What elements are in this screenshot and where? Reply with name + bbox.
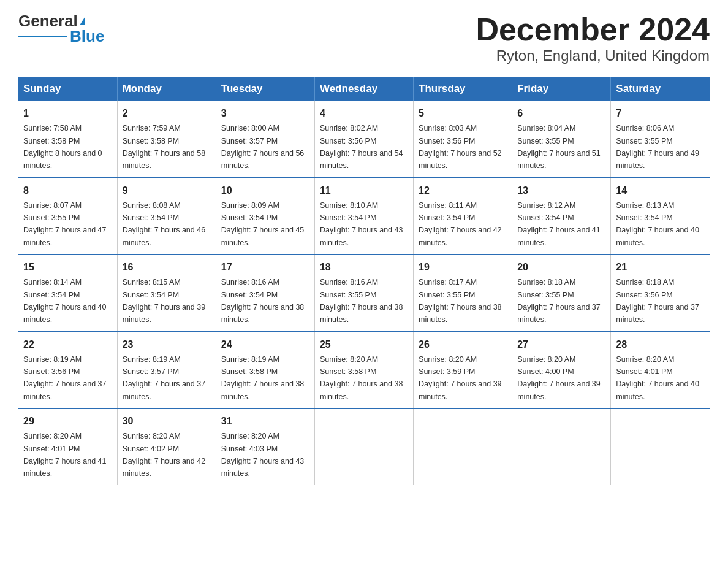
page-header: General Blue December 2024 Ryton, Englan…: [18, 12, 710, 64]
calendar-cell: 28 Sunrise: 8:20 AMSunset: 4:01 PMDaylig…: [611, 332, 710, 409]
calendar-cell: 25 Sunrise: 8:20 AMSunset: 3:58 PMDaylig…: [314, 332, 413, 409]
column-header-sunday: Sunday: [18, 77, 117, 101]
column-header-wednesday: Wednesday: [314, 77, 413, 101]
day-info: Sunrise: 8:10 AMSunset: 3:54 PMDaylight:…: [320, 201, 403, 247]
calendar-title: December 2024: [476, 12, 710, 47]
column-header-friday: Friday: [512, 77, 611, 101]
day-number: 26: [419, 337, 507, 352]
day-number: 31: [221, 414, 309, 429]
day-info: Sunrise: 8:20 AMSunset: 3:58 PMDaylight:…: [320, 355, 403, 401]
day-info: Sunrise: 8:06 AMSunset: 3:55 PMDaylight:…: [616, 124, 699, 170]
calendar-cell: 27 Sunrise: 8:20 AMSunset: 4:00 PMDaylig…: [512, 332, 611, 409]
calendar-cell: 22 Sunrise: 8:19 AMSunset: 3:56 PMDaylig…: [18, 332, 117, 409]
logo-line: [18, 36, 67, 37]
day-number: 23: [123, 337, 211, 352]
day-info: Sunrise: 8:20 AMSunset: 4:00 PMDaylight:…: [517, 355, 601, 401]
calendar-cell: 21 Sunrise: 8:18 AMSunset: 3:56 PMDaylig…: [611, 255, 710, 332]
day-number: 22: [23, 337, 112, 352]
calendar-cell: 17 Sunrise: 8:16 AMSunset: 3:54 PMDaylig…: [216, 255, 314, 332]
calendar-cell: 11 Sunrise: 8:10 AMSunset: 3:54 PMDaylig…: [314, 178, 413, 255]
day-number: 28: [616, 337, 705, 352]
calendar-cell: 31 Sunrise: 8:20 AMSunset: 4:03 PMDaylig…: [216, 408, 314, 485]
day-info: Sunrise: 8:12 AMSunset: 3:54 PMDaylight:…: [517, 201, 601, 247]
day-number: 15: [23, 260, 112, 275]
calendar-cell: 19 Sunrise: 8:17 AMSunset: 3:55 PMDaylig…: [414, 255, 512, 332]
logo: General Blue: [18, 12, 104, 45]
calendar-week-row: 22 Sunrise: 8:19 AMSunset: 3:56 PMDaylig…: [18, 332, 710, 409]
column-header-monday: Monday: [117, 77, 216, 101]
calendar-cell: 15 Sunrise: 8:14 AMSunset: 3:54 PMDaylig…: [18, 255, 117, 332]
day-info: Sunrise: 8:02 AMSunset: 3:56 PMDaylight:…: [320, 124, 403, 170]
calendar-cell: 5 Sunrise: 8:03 AMSunset: 3:56 PMDayligh…: [414, 101, 512, 178]
day-number: 9: [123, 183, 211, 198]
day-info: Sunrise: 8:20 AMSunset: 3:59 PMDaylight:…: [419, 355, 502, 401]
calendar-cell: 13 Sunrise: 8:12 AMSunset: 3:54 PMDaylig…: [512, 178, 611, 255]
calendar-cell: 7 Sunrise: 8:06 AMSunset: 3:55 PMDayligh…: [611, 101, 710, 178]
calendar-cell: 30 Sunrise: 8:20 AMSunset: 4:02 PMDaylig…: [117, 408, 216, 485]
day-number: 6: [517, 106, 605, 121]
calendar-cell: 26 Sunrise: 8:20 AMSunset: 3:59 PMDaylig…: [414, 332, 512, 409]
day-info: Sunrise: 8:04 AMSunset: 3:55 PMDaylight:…: [517, 124, 601, 170]
calendar-cell: 6 Sunrise: 8:04 AMSunset: 3:55 PMDayligh…: [512, 101, 611, 178]
day-number: 7: [616, 106, 705, 121]
day-info: Sunrise: 8:19 AMSunset: 3:58 PMDaylight:…: [221, 355, 305, 401]
calendar-cell: 1 Sunrise: 7:58 AMSunset: 3:58 PMDayligh…: [18, 101, 117, 178]
calendar-cell: 16 Sunrise: 8:15 AMSunset: 3:54 PMDaylig…: [117, 255, 216, 332]
day-number: 12: [419, 183, 507, 198]
calendar-week-row: 29 Sunrise: 8:20 AMSunset: 4:01 PMDaylig…: [18, 408, 710, 485]
calendar-cell: 23 Sunrise: 8:19 AMSunset: 3:57 PMDaylig…: [117, 332, 216, 409]
day-info: Sunrise: 8:19 AMSunset: 3:56 PMDaylight:…: [23, 355, 107, 401]
day-number: 30: [123, 414, 211, 429]
logo-blue: Blue: [70, 28, 104, 45]
calendar-cell: 2 Sunrise: 7:59 AMSunset: 3:58 PMDayligh…: [117, 101, 216, 178]
calendar-cell: 29 Sunrise: 8:20 AMSunset: 4:01 PMDaylig…: [18, 408, 117, 485]
calendar-week-row: 15 Sunrise: 8:14 AMSunset: 3:54 PMDaylig…: [18, 255, 710, 332]
calendar-cell: 18 Sunrise: 8:16 AMSunset: 3:55 PMDaylig…: [314, 255, 413, 332]
day-info: Sunrise: 7:59 AMSunset: 3:58 PMDaylight:…: [123, 124, 206, 170]
day-number: 2: [123, 106, 211, 121]
day-info: Sunrise: 8:20 AMSunset: 4:01 PMDaylight:…: [616, 355, 699, 401]
calendar-cell: 10 Sunrise: 8:09 AMSunset: 3:54 PMDaylig…: [216, 178, 314, 255]
day-info: Sunrise: 8:18 AMSunset: 3:56 PMDaylight:…: [616, 278, 699, 324]
calendar-body: 1 Sunrise: 7:58 AMSunset: 3:58 PMDayligh…: [18, 101, 710, 485]
day-number: 4: [320, 106, 408, 121]
calendar-table: SundayMondayTuesdayWednesdayThursdayFrid…: [18, 77, 710, 485]
day-info: Sunrise: 8:00 AMSunset: 3:57 PMDaylight:…: [221, 124, 305, 170]
calendar-cell: 14 Sunrise: 8:13 AMSunset: 3:54 PMDaylig…: [611, 178, 710, 255]
day-info: Sunrise: 8:11 AMSunset: 3:54 PMDaylight:…: [419, 201, 502, 247]
column-header-thursday: Thursday: [414, 77, 512, 101]
day-number: 18: [320, 260, 408, 275]
day-number: 29: [23, 414, 112, 429]
column-header-saturday: Saturday: [611, 77, 710, 101]
day-info: Sunrise: 8:07 AMSunset: 3:55 PMDaylight:…: [23, 201, 107, 247]
day-number: 19: [419, 260, 507, 275]
day-info: Sunrise: 8:14 AMSunset: 3:54 PMDaylight:…: [23, 278, 107, 324]
day-number: 13: [517, 183, 605, 198]
day-info: Sunrise: 8:20 AMSunset: 4:02 PMDaylight:…: [123, 432, 206, 478]
day-number: 11: [320, 183, 408, 198]
day-info: Sunrise: 8:03 AMSunset: 3:56 PMDaylight:…: [419, 124, 502, 170]
day-number: 1: [23, 106, 112, 121]
day-info: Sunrise: 8:20 AMSunset: 4:01 PMDaylight:…: [23, 432, 107, 478]
day-number: 17: [221, 260, 309, 275]
day-info: Sunrise: 8:13 AMSunset: 3:54 PMDaylight:…: [616, 201, 699, 247]
day-info: Sunrise: 8:20 AMSunset: 4:03 PMDaylight:…: [221, 432, 305, 478]
day-number: 14: [616, 183, 705, 198]
calendar-header-row: SundayMondayTuesdayWednesdayThursdayFrid…: [18, 77, 710, 101]
day-info: Sunrise: 8:17 AMSunset: 3:55 PMDaylight:…: [419, 278, 502, 324]
day-info: Sunrise: 8:16 AMSunset: 3:55 PMDaylight:…: [320, 278, 403, 324]
day-number: 25: [320, 337, 408, 352]
calendar-cell: [611, 408, 710, 485]
title-block: December 2024 Ryton, England, United Kin…: [476, 12, 710, 64]
location-subtitle: Ryton, England, United Kingdom: [476, 47, 710, 64]
day-number: 16: [123, 260, 211, 275]
day-number: 10: [221, 183, 309, 198]
day-info: Sunrise: 8:18 AMSunset: 3:55 PMDaylight:…: [517, 278, 601, 324]
day-number: 24: [221, 337, 309, 352]
day-number: 3: [221, 106, 309, 121]
day-info: Sunrise: 8:16 AMSunset: 3:54 PMDaylight:…: [221, 278, 305, 324]
day-info: Sunrise: 8:15 AMSunset: 3:54 PMDaylight:…: [123, 278, 206, 324]
day-info: Sunrise: 7:58 AMSunset: 3:58 PMDaylight:…: [23, 124, 102, 170]
calendar-week-row: 1 Sunrise: 7:58 AMSunset: 3:58 PMDayligh…: [18, 101, 710, 178]
day-info: Sunrise: 8:19 AMSunset: 3:57 PMDaylight:…: [123, 355, 206, 401]
